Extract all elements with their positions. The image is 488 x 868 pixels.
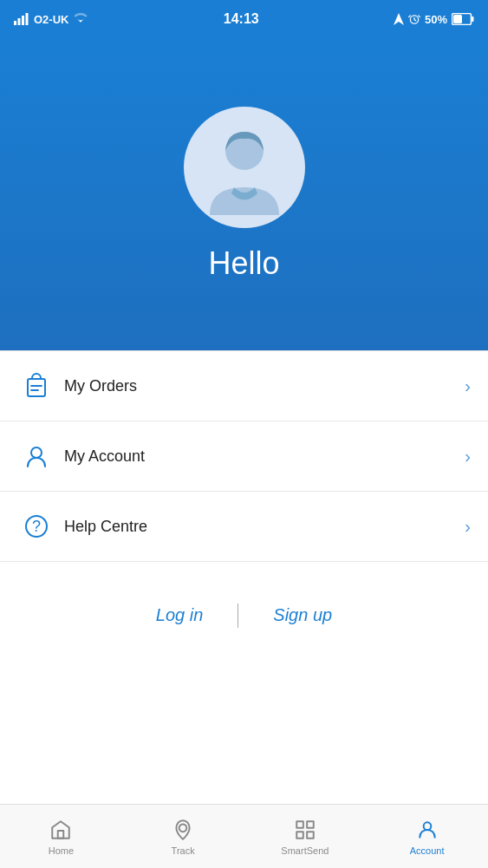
svg-rect-7 (453, 15, 462, 23)
signup-button[interactable]: Sign up (238, 597, 367, 634)
auth-section: Log in Sign up (0, 562, 488, 669)
tab-track[interactable]: Track (122, 811, 244, 863)
my-account-icon (17, 437, 55, 475)
tab-home[interactable]: Home (0, 811, 122, 863)
orders-chevron: › (465, 376, 471, 396)
svg-rect-6 (472, 16, 474, 22)
svg-point-19 (423, 822, 431, 830)
battery-text: 50% (425, 13, 447, 26)
svg-rect-17 (296, 832, 303, 839)
menu-item-orders[interactable]: My Orders › (0, 351, 488, 421)
svg-rect-13 (58, 831, 64, 839)
account-chevron: › (465, 447, 471, 467)
svg-rect-0 (14, 21, 16, 25)
menu-item-account[interactable]: My Account › (0, 421, 488, 492)
menu-item-help[interactable]: ? Help Centre › (0, 492, 488, 562)
greeting-text: Hello (208, 245, 279, 282)
track-icon (171, 818, 195, 842)
account-label: My Account (64, 447, 465, 466)
svg-rect-1 (18, 18, 21, 25)
status-bar: O2-UK 14:13 50% (0, 0, 488, 38)
svg-point-14 (179, 824, 187, 832)
tab-account-label: Account (410, 845, 445, 856)
smartsend-icon (293, 818, 317, 842)
orders-label: My Orders (64, 377, 465, 395)
tab-smartsend-label: SmartSend (281, 845, 329, 856)
orders-icon (17, 367, 55, 405)
svg-rect-18 (307, 832, 314, 839)
home-icon (49, 818, 73, 842)
tab-track-label: Track (172, 845, 195, 856)
login-button[interactable]: Log in (121, 597, 238, 634)
status-time: 14:13 (224, 11, 259, 27)
svg-rect-15 (296, 821, 303, 828)
carrier-text: O2-UK (34, 13, 68, 26)
svg-rect-9 (28, 379, 45, 396)
svg-rect-3 (26, 13, 29, 25)
tab-home-label: Home (49, 845, 74, 856)
tab-account[interactable]: Account (366, 811, 488, 863)
status-carrier: O2-UK (14, 13, 88, 26)
svg-rect-16 (307, 821, 314, 828)
svg-text:?: ? (32, 518, 41, 535)
svg-rect-2 (22, 16, 24, 25)
account-tab-icon (415, 818, 439, 842)
svg-point-10 (31, 447, 42, 458)
status-right-icons: 50% (394, 13, 474, 26)
menu-list: My Orders › My Account › ? Help Centre › (0, 350, 488, 562)
avatar (184, 107, 305, 228)
tab-smartsend[interactable]: SmartSend (244, 811, 367, 863)
help-icon: ? (17, 507, 55, 545)
help-chevron: › (465, 517, 471, 537)
help-label: Help Centre (64, 518, 465, 536)
hero-section: Hello (0, 38, 488, 350)
tab-bar: Home Track SmartSend Ac (0, 804, 488, 868)
